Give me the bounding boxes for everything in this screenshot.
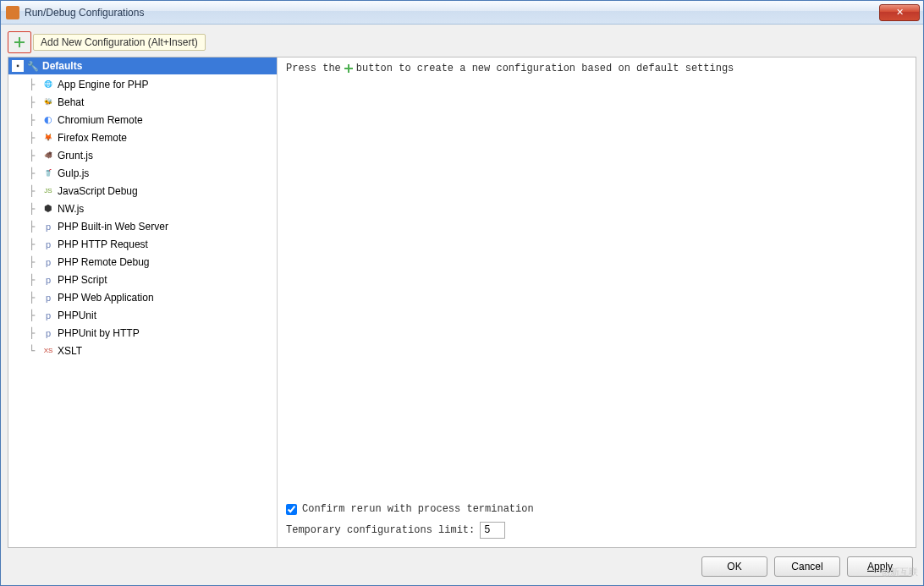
tree-item[interactable]: ├JSJavaScript Debug	[24, 182, 277, 200]
config-type-icon: ⬢	[42, 203, 54, 215]
dialog-window: Run/Debug Configurations ✕ Add New Confi…	[0, 0, 924, 586]
tree-item[interactable]: ├pPHPUnit	[24, 306, 277, 324]
tree-item[interactable]: ├🦊Firefox Remote	[24, 129, 277, 146]
tree-item[interactable]: ├⬢NW.js	[24, 200, 277, 217]
tree-root-label: Defaults	[42, 60, 82, 72]
tree-connector-icon: ├	[29, 96, 42, 108]
ok-button[interactable]: OK	[701, 556, 767, 577]
plus-icon	[14, 37, 25, 47]
config-type-icon: 🌐	[42, 79, 54, 90]
tree-item-label: XSLT	[58, 345, 82, 357]
titlebar: Run/Debug Configurations ✕	[1, 1, 923, 25]
tree-item-label: Grunt.js	[58, 150, 93, 162]
tree-item-label: NW.js	[58, 203, 84, 215]
tree-item[interactable]: ├pPHP Remote Debug	[24, 253, 277, 271]
tree-item[interactable]: ├pPHP HTTP Request	[24, 235, 277, 253]
tree-item[interactable]: ├pPHP Web Application	[24, 288, 277, 306]
cancel-button[interactable]: Cancel	[774, 556, 840, 577]
tree-item-label: PHP Built-in Web Server	[58, 221, 168, 233]
temp-limit-label: Temporary configurations limit:	[286, 524, 475, 536]
add-configuration-button[interactable]	[10, 34, 29, 51]
config-type-icon: JS	[42, 185, 54, 197]
config-type-icon: 🦊	[42, 132, 54, 144]
tree-connector-icon: ├	[29, 221, 42, 233]
content-area: Add New Configuration (Alt+Insert) ▪ 🔧 D…	[1, 25, 923, 585]
tree-item-label: PHP Remote Debug	[58, 256, 150, 268]
instruction-pre: Press the	[286, 63, 341, 74]
window-title: Run/Debug Configurations	[25, 7, 879, 19]
tree-connector-icon: ├	[29, 327, 42, 339]
close-icon: ✕	[896, 7, 904, 18]
tree-item-label: Chromium Remote	[58, 114, 143, 126]
bottom-controls: Confirm rerun with process termination T…	[286, 503, 907, 539]
tree-connector-icon: ├	[29, 185, 42, 197]
config-type-icon: 🐝	[42, 96, 54, 108]
button-bar: OK Cancel Apply	[8, 548, 916, 580]
config-type-icon: p	[42, 238, 54, 250]
instruction-text: Press the button to create a new configu…	[286, 61, 907, 74]
tree-item-label: Firefox Remote	[58, 132, 127, 144]
instruction-post: button to create a new configuration bas…	[356, 63, 734, 74]
tree-item-label: PHP HTTP Request	[58, 238, 148, 250]
tree-item[interactable]: ├pPHPUnit by HTTP	[24, 324, 277, 342]
config-type-icon: 🥤	[42, 167, 54, 179]
tree-connector-icon: ├	[29, 203, 42, 215]
tree-connector-icon: ├	[29, 150, 42, 162]
tree-connector-icon: ├	[29, 238, 42, 250]
app-icon	[6, 6, 19, 19]
tree-item-label: PHP Script	[58, 274, 107, 286]
tree-item[interactable]: ├🌐App Engine for PHP	[24, 75, 277, 93]
tree-connector-icon: ├	[29, 79, 42, 90]
tree-connector-icon: ├	[29, 292, 42, 304]
tree-item[interactable]: ├🐗Grunt.js	[24, 146, 277, 164]
collapse-icon[interactable]: ▪	[12, 60, 24, 72]
tree-item[interactable]: ├pPHP Script	[24, 271, 277, 288]
tree-connector-icon: ├	[29, 132, 42, 144]
configuration-tree[interactable]: ▪ 🔧 Defaults ├🌐App Engine for PHP├🐝Behat…	[8, 58, 278, 547]
temp-limit-input[interactable]	[480, 522, 505, 539]
close-button[interactable]: ✕	[879, 4, 920, 21]
tree-root-defaults[interactable]: ▪ 🔧 Defaults	[8, 58, 277, 74]
config-type-icon: XS	[42, 345, 54, 357]
tree-item[interactable]: ├◐Chromium Remote	[24, 111, 277, 129]
tree-connector-icon: ├	[29, 309, 42, 321]
tree-connector-icon: ├	[29, 167, 42, 179]
config-type-icon: p	[42, 309, 54, 321]
tree-item-label: Gulp.js	[58, 167, 89, 179]
tree-item[interactable]: ├🐝Behat	[24, 93, 277, 111]
config-type-icon: p	[42, 274, 54, 286]
main-body: ▪ 🔧 Defaults ├🌐App Engine for PHP├🐝Behat…	[8, 57, 916, 548]
tree-item[interactable]: ├🥤Gulp.js	[24, 164, 277, 182]
tree-item-label: Behat	[58, 96, 84, 108]
tree-item[interactable]: └XSXSLT	[24, 342, 277, 359]
tree-connector-icon: ├	[29, 274, 42, 286]
toolbar: Add New Configuration (Alt+Insert)	[8, 31, 916, 53]
wrench-icon: 🔧	[27, 60, 39, 72]
add-button-highlight	[8, 31, 31, 53]
tree-connector-icon: ├	[29, 114, 42, 126]
config-type-icon: p	[42, 292, 54, 304]
details-panel: Press the button to create a new configu…	[278, 58, 916, 547]
plus-icon	[344, 64, 353, 73]
confirm-rerun-label: Confirm rerun with process termination	[302, 503, 534, 515]
add-tooltip: Add New Configuration (Alt+Insert)	[33, 34, 206, 51]
config-type-icon: p	[42, 221, 54, 233]
tree-item-label: PHPUnit	[58, 309, 96, 321]
tree-item-label: JavaScript Debug	[58, 185, 138, 197]
config-type-icon: p	[42, 256, 54, 268]
tree-children: ├🌐App Engine for PHP├🐝Behat├◐Chromium Re…	[8, 74, 277, 359]
config-type-icon: ◐	[42, 114, 54, 126]
tree-item-label: PHP Web Application	[58, 292, 154, 304]
tree-item-label: App Engine for PHP	[58, 79, 148, 90]
tree-connector-icon: └	[29, 345, 42, 357]
config-type-icon: p	[42, 327, 54, 339]
apply-button[interactable]: Apply	[847, 556, 913, 577]
tree-item[interactable]: ├pPHP Built-in Web Server	[24, 217, 277, 235]
tree-connector-icon: ├	[29, 256, 42, 268]
confirm-rerun-checkbox[interactable]	[286, 504, 297, 515]
tree-item-label: PHPUnit by HTTP	[58, 327, 140, 339]
config-type-icon: 🐗	[42, 150, 54, 162]
